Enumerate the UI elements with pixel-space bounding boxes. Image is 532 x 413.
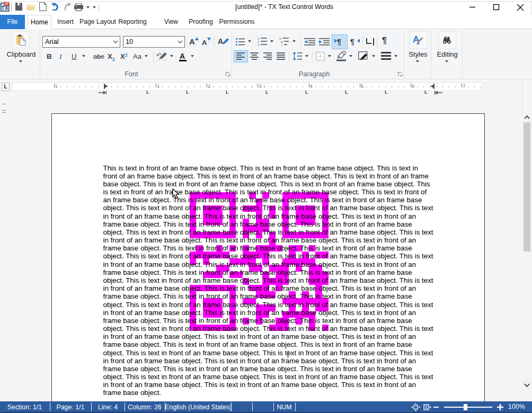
svg-text:¶: ¶	[337, 38, 341, 46]
svg-text:¶: ¶	[350, 38, 354, 46]
svg-text:XG: XG	[5, 3, 8, 5]
svg-text:i: i	[282, 43, 282, 46]
svg-text:TX: TX	[2, 5, 8, 11]
svg-text:b: b	[159, 52, 161, 56]
svg-text:3: 3	[258, 43, 260, 46]
